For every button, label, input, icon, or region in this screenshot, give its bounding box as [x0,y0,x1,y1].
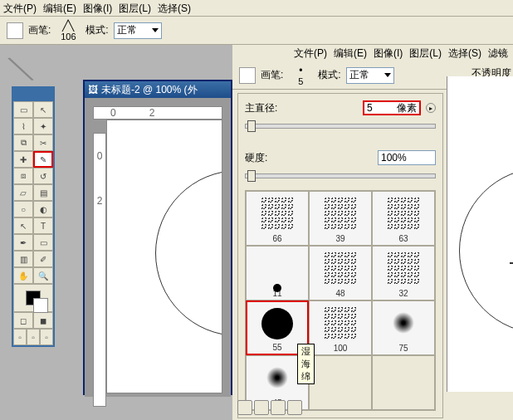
eraser-tool[interactable]: ▱ [13,184,33,201]
tooltip: 湿海绵 [297,344,315,384]
slider-thumb[interactable] [247,120,256,132]
slider-thumb[interactable] [247,170,256,182]
marquee-tool[interactable]: ▭ [13,101,33,118]
brush-size-picker-r[interactable]: • 5 [288,65,313,86]
feather-brush-preview: ╲ [8,44,60,92]
hardness-slider[interactable] [245,173,436,178]
gradient-tool[interactable]: ▤ [33,184,53,201]
brush-preset-empty [372,355,435,410]
brush-size-picker[interactable]: ╱╲ 106 [56,20,81,42]
brush-preset[interactable]: 48 [309,246,372,300]
mode-value-r: 正常 [349,68,369,82]
eyedropper-tool[interactable]: ✐ [33,251,53,267]
mode-dropdown-r[interactable]: 正常 [346,67,394,84]
screenmode-1[interactable]: ▫ [13,329,27,345]
wand-tool[interactable]: ✦ [33,118,53,134]
shape-tool[interactable]: ▭ [33,234,53,251]
screenmode-3[interactable]: ▫ [40,329,53,345]
brush-preset[interactable]: 100 [309,300,372,355]
stamp-tool[interactable]: ⧇ [13,168,33,184]
status-icon[interactable] [271,400,286,415]
status-icon[interactable] [287,400,302,415]
right-workspace: 文件(P) 编辑(E) 图像(I) 图层(L) 选择(S) 滤镜 画笔: • 5… [232,45,513,420]
ellipse-shape [155,170,222,336]
handle-icon[interactable] [510,262,513,264]
menu-image[interactable]: 图像(I) [83,2,112,14]
left-workspace: ╲ ▭↖ ⌇✦ ⧉✂ ✚✎ ⧇↺ ▱▤ ○◐ ↖T ✒▭ ▥✐ ✋🔍 ◻◼ ▫▫… [0,45,232,420]
brush-preset[interactable]: 66 [246,191,309,246]
screenmode-2[interactable]: ▫ [27,329,40,345]
hardness-value: 100% [381,152,407,164]
move-tool[interactable]: ↖ [33,101,53,118]
status-icons [237,400,302,415]
options-bar-left: 画笔: ╱╲ 106 模式: 正常 [0,17,513,45]
dodge-tool[interactable]: ◐ [33,201,53,217]
path-tool[interactable]: ↖ [13,217,33,234]
menu-image-r[interactable]: 图像(I) [374,46,403,61]
document-body: 02 02 [85,98,231,397]
menu-file[interactable]: 文件(P) [3,2,37,14]
brush-tool-icon-r [239,67,256,84]
status-icon[interactable] [254,400,269,415]
hardness-label: 硬度: [245,151,267,165]
brush-tool[interactable]: ✎ [33,151,53,168]
color-swatch[interactable] [13,284,53,312]
mode-label-r: 模式: [318,68,340,82]
brush-size-value: 106 [61,32,76,42]
menu-select-r[interactable]: 选择(S) [448,46,481,61]
type-tool[interactable]: T [33,217,53,234]
brush-label: 画笔: [28,23,51,37]
diameter-label: 主直径: [245,101,277,115]
brush-size-value-r: 5 [298,76,303,86]
brush-preset-grid: 66 39 63 11 48 32 55 湿海绵 100 75 45 [245,190,436,411]
diameter-slider[interactable] [245,124,436,129]
brush-preset[interactable]: 63 [372,191,435,246]
quickmask-off[interactable]: ◻ [13,312,33,329]
menu-edit[interactable]: 编辑(E) [43,2,76,14]
ruler-vertical: 02 [93,133,106,407]
hand-tool[interactable]: ✋ [13,267,33,284]
brush-preset-empty [309,355,372,410]
heal-tool[interactable]: ✚ [13,151,33,168]
history-brush-tool[interactable]: ↺ [33,168,53,184]
slice-tool[interactable]: ✂ [33,134,53,151]
zoom-tool[interactable]: 🔍 [33,267,53,284]
brush-preset[interactable]: 39 [309,191,372,246]
menu-layer[interactable]: 图层(L) [119,2,151,14]
toolbox: ▭↖ ⌇✦ ⧉✂ ✚✎ ⧇↺ ▱▤ ○◐ ↖T ✒▭ ▥✐ ✋🔍 ◻◼ ▫▫▫ [12,86,55,347]
lasso-tool[interactable]: ⌇ [13,118,33,134]
brush-preset[interactable]: 75 [372,300,435,355]
flyout-icon[interactable]: ▸ [426,103,436,113]
brush-preset-selected[interactable]: 55 湿海绵 [246,300,309,355]
crop-tool[interactable]: ⧉ [13,134,33,151]
notes-tool[interactable]: ▥ [13,251,33,267]
brush-dot-icon: • [299,65,302,76]
chevron-down-icon [152,28,159,32]
ruler-horizontal: 02 [93,106,222,120]
mode-label: 模式: [86,23,108,37]
mode-value: 正常 [117,23,137,37]
menu-select[interactable]: 选择(S) [158,2,191,14]
brush-tool-icon [7,22,23,39]
pen-tool[interactable]: ✒ [13,234,33,251]
brush-preset[interactable]: 32 [372,246,435,300]
menu-layer-r[interactable]: 图层(L) [409,46,442,61]
menu-edit-r[interactable]: 编辑(E) [334,46,367,61]
document-window: 🖼 未标题-2 @ 100% (外 02 02 [83,80,232,395]
hardness-input[interactable]: 100% [378,150,436,165]
blur-tool[interactable]: ○ [13,201,33,217]
diameter-input[interactable]: 5 像素 [363,100,421,115]
mode-dropdown[interactable]: 正常 [114,22,162,39]
canvas-right[interactable] [447,76,513,392]
canvas[interactable] [106,120,222,393]
document-titlebar[interactable]: 🖼 未标题-2 @ 100% (外 [85,81,231,98]
brush-preset[interactable]: 11 [246,246,309,300]
brush-preview-icon: ╱╲ [62,20,74,32]
chevron-down-icon [384,73,391,77]
menubar-right: 文件(P) 编辑(E) 图像(I) 图层(L) 选择(S) 滤镜 [291,45,511,62]
menu-filter-r[interactable]: 滤镜 [488,46,508,61]
diameter-value: 5 [367,102,373,114]
quickmask-on[interactable]: ◼ [33,312,53,329]
status-icon[interactable] [237,400,252,415]
menu-file-r[interactable]: 文件(P) [294,46,327,61]
